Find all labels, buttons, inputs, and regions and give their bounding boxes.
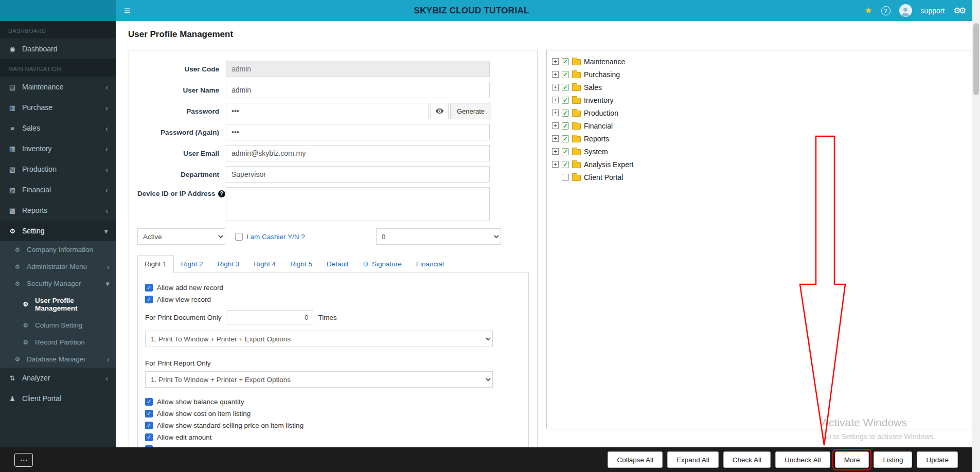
- help-icon[interactable]: ?: [881, 6, 890, 15]
- department-input[interactable]: [226, 166, 490, 183]
- allow-balance-quantity-row[interactable]: Allow show balance quantity: [145, 398, 521, 406]
- sidebar-item-security-manager[interactable]: ⚙ Security Manager ▾: [0, 275, 116, 292]
- tree-checkbox[interactable]: [562, 84, 569, 91]
- tree-item-maintenance[interactable]: Maintenance: [550, 55, 968, 68]
- expand-icon[interactable]: [552, 71, 559, 78]
- hamburger-icon[interactable]: ≡: [124, 5, 130, 16]
- update-button[interactable]: Update: [917, 451, 958, 468]
- checkbox-checked[interactable]: [145, 398, 153, 406]
- uncheck-all-button[interactable]: Uncheck All: [775, 451, 830, 468]
- tree-item-label[interactable]: Production: [584, 109, 618, 117]
- sidebar-item-administrator-menu[interactable]: ⚙ Administrator Menu ‹: [0, 258, 116, 275]
- more-button[interactable]: More: [835, 451, 869, 468]
- checkbox-checked[interactable]: [145, 284, 153, 292]
- tree-item-sales[interactable]: Sales: [550, 81, 968, 94]
- tree-checkbox[interactable]: [562, 161, 569, 168]
- tree-item-label[interactable]: Reports: [584, 135, 609, 143]
- tree-item-label[interactable]: Financial: [584, 122, 613, 130]
- tree-item-system[interactable]: System: [550, 145, 968, 158]
- expand-icon[interactable]: [552, 148, 559, 155]
- show-password-button[interactable]: [430, 103, 449, 119]
- print-document-select[interactable]: 1. Print To Window + Printer + Export Op…: [145, 331, 493, 347]
- scrollbar-thumb[interactable]: [973, 23, 979, 95]
- level-select[interactable]: 0: [376, 228, 501, 245]
- tree-checkbox[interactable]: [562, 148, 569, 155]
- user-name-input[interactable]: [226, 82, 490, 98]
- tab-right-1[interactable]: Right 1: [137, 255, 174, 273]
- tree-checkbox[interactable]: [562, 122, 569, 130]
- tab-d-signature[interactable]: D. Signature: [356, 255, 409, 273]
- sidebar-item-production[interactable]: ▧ Production ‹: [0, 159, 116, 179]
- tree-checkbox[interactable]: [562, 97, 569, 104]
- checkbox-checked[interactable]: [145, 422, 153, 429]
- sidebar-item-maintenance[interactable]: ▤ Maintenance ‹: [0, 77, 116, 97]
- expand-icon[interactable]: [552, 84, 559, 90]
- tree-item-label[interactable]: Maintenance: [584, 58, 625, 66]
- tree-item-label[interactable]: System: [584, 148, 608, 156]
- tree-checkbox[interactable]: [562, 174, 569, 181]
- sidebar-item-inventory[interactable]: ▦ Inventory ‹: [0, 138, 116, 159]
- tree-item-production[interactable]: Production: [550, 106, 968, 119]
- tree-checkbox[interactable]: [562, 71, 569, 78]
- sidebar-item-client-portal[interactable]: ♟ Client Portal: [0, 388, 116, 409]
- page-scrollbar[interactable]: [972, 0, 980, 472]
- tab-right-2[interactable]: Right 2: [174, 255, 210, 273]
- tree-item-label[interactable]: Purchasing: [584, 70, 620, 79]
- tab-financial[interactable]: Financial: [409, 255, 451, 273]
- expand-icon[interactable]: [552, 135, 559, 142]
- tab-right-3[interactable]: Right 3: [210, 255, 247, 273]
- tab-right-4[interactable]: Right 4: [246, 255, 283, 273]
- tree-item-label[interactable]: Client Portal: [584, 173, 623, 181]
- username-label[interactable]: support: [921, 7, 945, 15]
- tree-item-financial[interactable]: Financial: [550, 119, 968, 132]
- allow-cost-listing-row[interactable]: Allow show cost on item listing: [145, 410, 521, 417]
- sidebar-item-column-setting[interactable]: ⚙ Column Setting: [0, 317, 116, 334]
- tab-default[interactable]: Default: [319, 255, 356, 273]
- print-times-input[interactable]: [227, 310, 313, 324]
- sidebar-item-user-profile-management[interactable]: ⚙ User Profile Management: [0, 292, 116, 317]
- device-id-textarea[interactable]: [226, 187, 490, 221]
- cashier-checkbox-row[interactable]: I am Cashier Y/N ?: [235, 233, 305, 241]
- tree-item-inventory[interactable]: Inventory: [550, 94, 968, 106]
- sidebar-item-setting[interactable]: ⚙ Setting ▾: [0, 221, 116, 241]
- generate-password-button[interactable]: Generate: [450, 103, 491, 119]
- expand-icon[interactable]: [552, 97, 559, 103]
- sidebar-item-database-manager[interactable]: ⚙ Database Manager ‹: [0, 351, 116, 368]
- tree-item-reports[interactable]: Reports: [550, 132, 968, 145]
- expand-icon[interactable]: [552, 58, 559, 65]
- user-avatar[interactable]: [899, 4, 912, 17]
- print-report-select[interactable]: 1. Print To Window + Printer + Export Op…: [145, 371, 493, 388]
- sidebar-item-financial[interactable]: ▨ Financial ‹: [0, 179, 116, 200]
- tree-item-purchasing[interactable]: Purchasing: [550, 68, 968, 81]
- tree-item-client-portal[interactable]: Client Portal: [550, 171, 968, 184]
- checkbox-checked[interactable]: [145, 296, 153, 303]
- tree-checkbox[interactable]: [562, 135, 569, 142]
- expand-icon[interactable]: [552, 110, 559, 116]
- expand-icon[interactable]: [552, 122, 559, 129]
- sidebar-item-purchase[interactable]: ▥ Purchase ‹: [0, 97, 116, 118]
- sidebar-item-sales[interactable]: ≡ Sales ‹: [0, 118, 116, 138]
- password-again-input[interactable]: [226, 124, 490, 140]
- tree-item-label[interactable]: Inventory: [584, 96, 614, 104]
- settings-gears-icon[interactable]: ⚙⚙: [953, 6, 964, 15]
- allow-standard-price-row[interactable]: Allow show standard selling price on ite…: [145, 422, 521, 429]
- sidebar-item-company-information[interactable]: ⚙ Company Information: [0, 241, 116, 258]
- tree-checkbox[interactable]: [562, 110, 569, 117]
- allow-edit-amount-row[interactable]: Allow edit amount: [145, 433, 521, 441]
- checkbox-checked[interactable]: [145, 433, 153, 441]
- sidebar-item-reports[interactable]: ▩ Reports ‹: [0, 200, 116, 221]
- tree-checkbox[interactable]: [562, 58, 569, 65]
- check-all-button[interactable]: Check All: [723, 451, 771, 468]
- user-code-input[interactable]: [226, 61, 490, 77]
- collapse-all-button[interactable]: Collapse All: [608, 451, 663, 468]
- tree-item-label[interactable]: Analysis Expert: [584, 160, 633, 169]
- listing-button[interactable]: Listing: [874, 451, 912, 468]
- checkbox-checked[interactable]: [145, 410, 153, 417]
- tree-item-label[interactable]: Sales: [584, 83, 602, 92]
- cashier-checkbox[interactable]: [235, 233, 243, 241]
- allow-view-record-row[interactable]: Allow view record: [145, 296, 521, 303]
- expand-all-button[interactable]: Expand All: [667, 451, 719, 468]
- sidebar-item-dashboard[interactable]: ◉ Dashboard: [0, 39, 116, 59]
- password-input[interactable]: [226, 103, 429, 119]
- favorite-star-icon[interactable]: ★: [864, 5, 872, 16]
